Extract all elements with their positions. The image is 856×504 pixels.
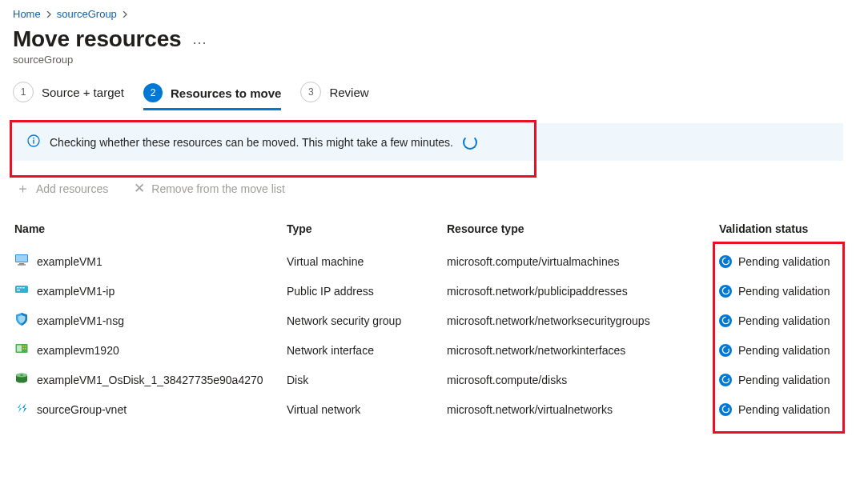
step-label: Resources to move bbox=[171, 86, 281, 100]
close-icon: ✕ bbox=[134, 182, 145, 195]
svg-rect-15 bbox=[25, 346, 26, 347]
validation-status-label: Pending validation bbox=[738, 255, 830, 268]
validation-status: Pending validation bbox=[719, 314, 842, 327]
remove-from-list-label: Remove from the move list bbox=[151, 182, 285, 195]
svg-rect-8 bbox=[17, 287, 19, 288]
resource-type: Virtual machine bbox=[287, 255, 447, 268]
breadcrumb-home[interactable]: Home bbox=[13, 8, 41, 20]
resource-type: Virtual network bbox=[287, 403, 447, 416]
resource-nic-icon bbox=[14, 342, 29, 358]
svg-rect-11 bbox=[17, 290, 20, 290]
col-status[interactable]: Validation status bbox=[719, 222, 842, 235]
validation-status: Pending validation bbox=[719, 344, 842, 357]
resource-name: exampleVM1_OsDisk_1_38427735e90a4270 bbox=[37, 374, 263, 386]
validation-status-label: Pending validation bbox=[738, 374, 830, 386]
table-header: Name Type Resource type Validation statu… bbox=[13, 216, 843, 246]
resource-name: exampleVM1 bbox=[37, 255, 102, 268]
table-row[interactable]: sourceGroup-vnetVirtual networkmicrosoft… bbox=[13, 394, 843, 424]
chevron-right-icon bbox=[46, 10, 52, 19]
resource-provider-type: microsoft.network/virtualnetworks bbox=[447, 403, 719, 416]
breadcrumb-sourcegroup[interactable]: sourceGroup bbox=[57, 8, 117, 20]
col-type[interactable]: Type bbox=[287, 222, 447, 235]
refresh-icon bbox=[719, 374, 732, 386]
validation-status-label: Pending validation bbox=[738, 403, 830, 416]
plus-icon: ＋ bbox=[16, 182, 30, 195]
step-3[interactable]: 3Review bbox=[300, 82, 368, 110]
svg-rect-16 bbox=[23, 348, 25, 350]
validation-status-label: Pending validation bbox=[738, 344, 830, 357]
resources-table: Name Type Resource type Validation statu… bbox=[13, 216, 843, 424]
col-name[interactable]: Name bbox=[14, 222, 287, 235]
table-row[interactable]: examplevm1920Network interfacemicrosoft.… bbox=[13, 335, 843, 365]
resource-type: Disk bbox=[287, 374, 447, 386]
resource-name: sourceGroup-vnet bbox=[37, 403, 127, 416]
page-title: Move resources bbox=[13, 26, 181, 52]
wizard-stepper: 1Source + target2Resources to move3Revie… bbox=[13, 82, 843, 110]
validation-status-label: Pending validation bbox=[738, 314, 830, 327]
svg-point-1 bbox=[33, 138, 34, 139]
info-icon bbox=[27, 134, 40, 150]
resource-provider-type: microsoft.network/publicipaddresses bbox=[447, 285, 719, 298]
svg-point-20 bbox=[20, 374, 23, 376]
refresh-icon bbox=[719, 255, 732, 268]
remove-from-list-button[interactable]: ✕ Remove from the move list bbox=[134, 182, 285, 195]
resource-name: exampleVM1-ip bbox=[37, 285, 115, 298]
validation-status-label: Pending validation bbox=[738, 285, 830, 298]
table-row[interactable]: exampleVM1-nsgNetwork security groupmicr… bbox=[13, 306, 843, 335]
validation-status: Pending validation bbox=[719, 285, 842, 298]
svg-rect-4 bbox=[16, 255, 27, 262]
refresh-icon bbox=[719, 285, 732, 298]
spinner-icon bbox=[463, 135, 477, 150]
resource-type: Public IP address bbox=[287, 285, 447, 298]
resource-type: Network security group bbox=[287, 314, 447, 327]
refresh-icon bbox=[719, 344, 732, 357]
step-number-badge: 3 bbox=[300, 82, 321, 102]
resource-vm-icon bbox=[14, 253, 29, 270]
info-banner: Checking whether these resources can be … bbox=[13, 123, 843, 161]
resource-provider-type: microsoft.compute/disks bbox=[447, 374, 719, 386]
step-label: Source + target bbox=[42, 86, 124, 99]
resource-vnet-icon bbox=[14, 401, 29, 418]
validation-status: Pending validation bbox=[719, 403, 842, 416]
svg-rect-2 bbox=[33, 140, 34, 144]
resource-name: examplevm1920 bbox=[37, 344, 119, 357]
step-2[interactable]: 2Resources to move bbox=[143, 83, 281, 110]
svg-rect-10 bbox=[22, 287, 25, 288]
svg-rect-13 bbox=[17, 346, 22, 352]
toolbar: ＋ Add resources ✕ Remove from the move l… bbox=[13, 182, 843, 195]
breadcrumb: Home sourceGroup bbox=[13, 6, 843, 23]
step-label: Review bbox=[329, 86, 368, 99]
add-resources-button[interactable]: ＋ Add resources bbox=[16, 182, 108, 195]
add-resources-label: Add resources bbox=[36, 182, 108, 195]
svg-rect-9 bbox=[20, 287, 22, 288]
more-menu-icon[interactable]: ··· bbox=[192, 29, 207, 50]
table-row[interactable]: exampleVM1-ipPublic IP addressmicrosoft.… bbox=[13, 276, 843, 306]
info-banner-text: Checking whether these resources can be … bbox=[50, 136, 453, 149]
svg-rect-17 bbox=[25, 348, 26, 350]
resource-type: Network interface bbox=[287, 344, 447, 357]
resource-provider-type: microsoft.network/networkinterfaces bbox=[447, 344, 719, 357]
refresh-icon bbox=[719, 403, 732, 416]
col-rtype[interactable]: Resource type bbox=[447, 222, 719, 235]
chevron-right-icon bbox=[122, 10, 128, 19]
step-number-badge: 1 bbox=[13, 82, 34, 102]
validation-status: Pending validation bbox=[719, 374, 842, 386]
refresh-icon bbox=[719, 314, 732, 327]
resource-provider-type: microsoft.compute/virtualmachines bbox=[447, 255, 719, 268]
step-1[interactable]: 1Source + target bbox=[13, 82, 124, 110]
resource-provider-type: microsoft.network/networksecuritygroups bbox=[447, 314, 719, 327]
table-row[interactable]: exampleVM1_OsDisk_1_38427735e90a4270Disk… bbox=[13, 365, 843, 394]
svg-rect-6 bbox=[18, 264, 26, 265]
resource-ip-icon bbox=[14, 282, 29, 299]
step-number-badge: 2 bbox=[143, 83, 163, 102]
resource-name: exampleVM1-nsg bbox=[37, 314, 124, 327]
svg-rect-7 bbox=[15, 286, 28, 293]
resource-disk-icon bbox=[14, 371, 29, 388]
svg-rect-5 bbox=[19, 263, 24, 264]
resource-nsg-icon bbox=[14, 312, 29, 329]
page-subtitle: sourceGroup bbox=[13, 54, 843, 66]
svg-rect-14 bbox=[23, 346, 25, 347]
table-row[interactable]: exampleVM1Virtual machinemicrosoft.compu… bbox=[13, 246, 843, 276]
validation-status: Pending validation bbox=[719, 255, 842, 268]
